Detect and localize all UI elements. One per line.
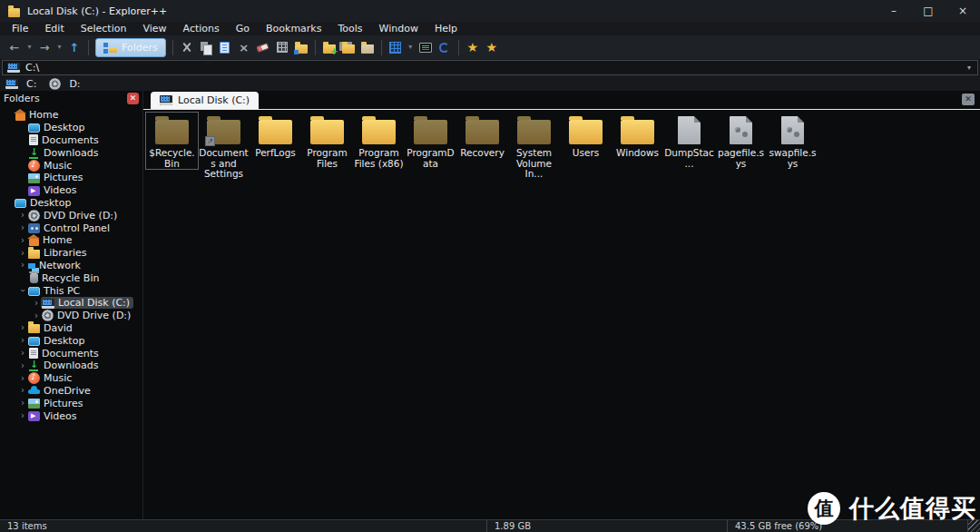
new-folder-button[interactable]	[320, 38, 338, 57]
paste-button[interactable]	[216, 38, 234, 57]
tree-item-home[interactable]: Home	[0, 109, 142, 122]
expander-icon[interactable]: ›	[18, 349, 27, 358]
tree-item-control-panel[interactable]: ›Control Panel	[0, 222, 142, 234]
tree-item-dvd-drive-d[interactable]: ›DVD Drive (D:)	[0, 310, 142, 322]
add-bookmark-button[interactable]: ★	[464, 38, 482, 57]
tree-item-videos[interactable]: ›Videos	[0, 409, 142, 422]
folders-toggle[interactable]: Folders	[95, 38, 166, 57]
chevron-down-icon[interactable]: ▾	[967, 64, 973, 72]
delete-permanently-button[interactable]	[254, 38, 272, 57]
file-item-perflogs[interactable]: PerfLogs	[250, 113, 301, 159]
close-tab-button[interactable]: ✕	[962, 94, 975, 105]
tree-item-downloads[interactable]: Downloads	[0, 146, 142, 159]
menu-window[interactable]: Window	[371, 22, 426, 35]
tree-item-label: Downloads	[44, 360, 98, 371]
up-button[interactable]: ↑	[65, 38, 83, 57]
tree-item-this-pc[interactable]: ›This PC	[0, 284, 142, 297]
menu-file[interactable]: File	[4, 22, 36, 35]
tree-item-desktop[interactable]: ›Desktop	[0, 334, 142, 347]
views-button[interactable]	[387, 38, 405, 57]
expander-icon[interactable]: ›	[18, 236, 27, 245]
back-button[interactable]: ←	[5, 38, 24, 57]
tree-item-recycle-bin[interactable]: Recycle Bin	[0, 271, 142, 284]
tree-item-videos[interactable]: Videos	[0, 184, 142, 197]
copy-to-folder-button[interactable]	[339, 38, 358, 57]
tree-item-desktop[interactable]: Desktop	[0, 122, 142, 134]
tree-item-home[interactable]: ›Home	[0, 234, 142, 247]
close-button[interactable]: ×	[946, 0, 980, 22]
tree-item-libraries[interactable]: ›Libraries	[0, 247, 142, 260]
expander-icon[interactable]: ›	[32, 311, 41, 320]
menu-tools[interactable]: Tools	[329, 22, 370, 35]
move-to-folder-button[interactable]	[358, 38, 377, 57]
expander-icon[interactable]: ›	[18, 399, 27, 408]
close-folders-pane-button[interactable]: ✕	[127, 93, 139, 104]
expander-icon[interactable]: ›	[18, 336, 27, 345]
manage-bookmarks-button[interactable]: ★	[483, 38, 501, 57]
file-item-swapfile-sys[interactable]: swapfile.sys	[767, 113, 818, 169]
command-prompt-button[interactable]	[416, 38, 435, 57]
expander-icon[interactable]: ›	[18, 286, 27, 295]
cut-button[interactable]	[178, 38, 196, 57]
file-item-windows[interactable]: Windows	[612, 113, 663, 159]
expander-icon[interactable]: ›	[18, 323, 27, 332]
tree-item-documents[interactable]: Documents	[0, 134, 142, 147]
tree-item-content: Downloads	[27, 147, 102, 159]
file-item-programdata[interactable]: ProgramData	[405, 113, 456, 169]
menu-edit[interactable]: Edit	[36, 22, 72, 35]
expander-icon[interactable]: ›	[18, 249, 27, 258]
back-dropdown[interactable]: ▾	[24, 38, 34, 57]
drive-button-c[interactable]: C:	[5, 78, 36, 90]
menu-help[interactable]: Help	[426, 22, 466, 35]
menu-actions[interactable]: Actions	[175, 22, 228, 35]
menu-bookmarks[interactable]: Bookmarks	[258, 22, 329, 35]
properties-button[interactable]	[273, 38, 291, 57]
expander-icon[interactable]: ›	[32, 299, 41, 308]
tree-item-documents[interactable]: ›Documents	[0, 347, 142, 360]
forward-button[interactable]: →	[35, 38, 54, 57]
file-item-program-files[interactable]: Program Files	[301, 113, 353, 169]
refresh-button[interactable]	[436, 38, 454, 57]
minimize-button[interactable]: –	[877, 0, 911, 22]
file-item-recovery[interactable]: Recovery	[456, 113, 508, 159]
folder-properties-button[interactable]	[292, 38, 310, 57]
tree-item-local-disk-c[interactable]: ›Local Disk (C:)	[0, 297, 142, 310]
file-item-documents-and-settings[interactable]: ↗Documents and Settings	[198, 113, 250, 180]
tree-item-content: Videos	[27, 184, 81, 196]
file-item-users[interactable]: Users	[560, 113, 612, 159]
address-bar[interactable]: C:\ ▾	[2, 60, 978, 75]
menu-view[interactable]: View	[134, 22, 174, 35]
address-input[interactable]: C:\	[25, 62, 962, 74]
expander-icon[interactable]: ›	[18, 223, 27, 232]
file-item-pagefile-sys[interactable]: pagefile.sys	[715, 113, 767, 169]
menu-go[interactable]: Go	[228, 22, 258, 35]
menu-selection[interactable]: Selection	[73, 22, 135, 35]
tree-item-music[interactable]: Music	[0, 159, 142, 172]
views-dropdown[interactable]: ▾	[406, 38, 416, 57]
maximize-button[interactable]: □	[911, 0, 946, 22]
expander-icon[interactable]: ›	[18, 211, 27, 220]
tree-item-dvd-drive-d[interactable]: ›DVD Drive (D:)	[0, 209, 142, 222]
tree-item-pictures[interactable]: Pictures	[0, 172, 142, 184]
file-item-recycle-bin[interactable]: $Recycle.Bin	[146, 113, 198, 169]
tree-item-network[interactable]: ›Network	[0, 260, 142, 272]
copy-button[interactable]	[197, 38, 215, 57]
tree-item-pictures[interactable]: ›Pictures	[0, 397, 142, 409]
expander-icon[interactable]: ›	[18, 361, 27, 370]
delete-button[interactable]: ×	[235, 38, 253, 57]
tree-item-desktop[interactable]: Desktop	[0, 197, 142, 210]
file-item-dumpstac[interactable]: DumpStac...	[663, 113, 715, 169]
tree-item-david[interactable]: ›David	[0, 322, 142, 335]
file-item-system-volume-in[interactable]: System Volume In...	[508, 113, 560, 180]
drive-button-d[interactable]: D:	[49, 78, 80, 90]
tree-item-onedrive[interactable]: ›OneDrive	[0, 385, 142, 398]
expander-icon[interactable]: ›	[18, 374, 27, 383]
tree-item-music[interactable]: ›Music	[0, 372, 142, 385]
expander-icon[interactable]: ›	[18, 261, 27, 270]
expander-icon[interactable]: ›	[18, 411, 27, 420]
forward-dropdown[interactable]: ▾	[54, 38, 64, 57]
tree-item-downloads[interactable]: ›Downloads	[0, 360, 142, 372]
file-item-program-files-x86[interactable]: Program Files (x86)	[353, 113, 405, 169]
tab-local-disk-c[interactable]: Local Disk (C:)	[151, 92, 259, 109]
expander-icon[interactable]: ›	[18, 386, 27, 395]
